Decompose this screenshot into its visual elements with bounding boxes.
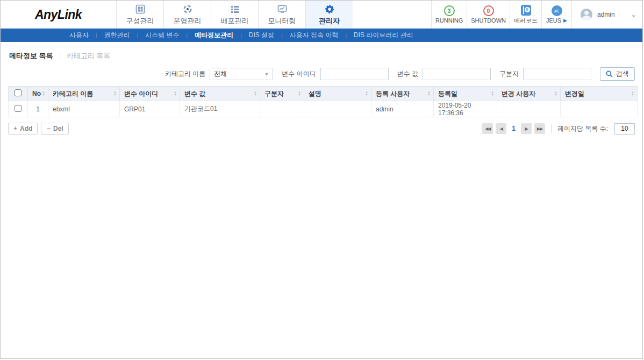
jeus-menu[interactable]: JE JEUS ▶ [541, 1, 571, 29]
current-page: 1 [509, 125, 518, 132]
running-label: RUNNING [435, 17, 463, 24]
jeus-badge-icon: JE [552, 5, 562, 16]
search-button-label: 검색 [616, 69, 629, 79]
running-status[interactable]: 3 RUNNING [431, 1, 467, 29]
subnav-item-dis-library[interactable]: DIS 라이브러리 관리 [347, 31, 420, 40]
sort-icon[interactable]: ▲▼ [113, 91, 117, 96]
sort-icon[interactable]: ▲▼ [491, 91, 494, 96]
category-select[interactable]: 전체 ▼ [210, 68, 273, 80]
cell-reg-date: 2019-05-20 17:36:36 [434, 101, 497, 117]
col-header-category[interactable]: 카테고리 이름▲▼ [48, 87, 120, 101]
category-name-label: 카테고리 이름 [165, 69, 205, 79]
topnav-item-label: 구성관리 [126, 16, 154, 26]
sort-icon[interactable]: ▲▼ [254, 91, 257, 96]
chevron-down-icon: ⌄ [630, 11, 637, 18]
category-select-value: 전체 [214, 69, 227, 79]
topnav-item-operations[interactable]: 운영관리 [163, 1, 211, 29]
sub-nav: 사용자 | 권한관리 | 시스템 변수 | 메타정보관리 | DIS 설정 | … [1, 29, 642, 42]
shutdown-status[interactable]: 0 SHUTDOWN [467, 1, 510, 29]
avatar [581, 9, 592, 20]
col-header-reg-user[interactable]: 등록 사용자▲▼ [371, 87, 434, 101]
col-header-description[interactable]: 설명▲▼ [304, 87, 371, 101]
meta-info-table: No▲▼ 카테고리 이름▲▼ 변수 아이디▲▼ 변수 값▲▼ 구분자▲▼ 설명▲… [8, 86, 638, 117]
error-code-menu[interactable]: 에러코드 [510, 1, 541, 29]
cell-reg-user: admin [371, 101, 434, 117]
cell-var-id: GRP01 [120, 101, 180, 117]
sort-icon[interactable]: ▲▼ [42, 91, 45, 96]
select-all-checkbox[interactable] [15, 89, 22, 96]
play-icon: ▶ [563, 18, 567, 23]
search-bar: 카테고리 이름 전체 ▼ 변수 아이디 변수 값 구분자 검색 [8, 66, 635, 86]
col-header-mod-date[interactable]: 변경일▲▼ [561, 87, 638, 101]
col-header-no[interactable]: No▲▼ [28, 87, 48, 101]
del-button[interactable]: − Del [41, 123, 69, 135]
add-button[interactable]: + Add [8, 123, 38, 135]
table-footer: + Add − Del ◀◀ ◀ 1 ▶ ▶▶ 페이지당 목록 수: [8, 123, 635, 135]
subnav-item-system-vars[interactable]: 시스템 변수 [138, 31, 186, 40]
sort-icon[interactable]: ▲▼ [365, 91, 368, 96]
prev-page-button[interactable]: ◀ [496, 123, 506, 134]
sort-icon[interactable]: ▲▼ [631, 91, 634, 96]
topnav-item-label: 모니터링 [268, 16, 296, 26]
subnav-item-dis-settings[interactable]: DIS 설정 [242, 31, 281, 40]
sort-icon[interactable]: ▲▼ [427, 91, 431, 96]
brand-logo-text: AnyLink [35, 8, 82, 22]
delimiter-input[interactable] [523, 68, 591, 80]
subnav-item-permissions[interactable]: 권한관리 [97, 31, 137, 40]
col-header-var-id[interactable]: 변수 아이디▲▼ [120, 87, 180, 101]
sort-icon[interactable]: ▲▼ [298, 91, 301, 96]
var-value-label: 변수 값 [397, 69, 418, 79]
deploy-list-icon [230, 4, 240, 15]
monitor-icon [277, 4, 287, 15]
table-header-row: No▲▼ 카테고리 이름▲▼ 변수 아이디▲▼ 변수 값▲▼ 구분자▲▼ 설명▲… [9, 87, 638, 101]
error-code-label: 에러코드 [514, 17, 538, 25]
col-header-var-value[interactable]: 변수 값▲▼ [180, 87, 260, 101]
brand-logo[interactable]: AnyLink [1, 1, 116, 29]
cell-description [304, 101, 371, 117]
operations-icon [183, 4, 192, 15]
cell-var-value: 기관코드01 [180, 101, 260, 117]
var-value-input[interactable] [423, 68, 491, 80]
topnav-item-label: 관리자 [319, 16, 340, 26]
sort-icon[interactable]: ▲▼ [554, 91, 557, 96]
tabs-row: 메타정보 목록 카테고리 목록 [8, 50, 635, 66]
var-id-input[interactable] [320, 68, 389, 80]
app-window: AnyLink 구성관리 운영관리 배포관리 모니터링 [0, 0, 643, 359]
search-button[interactable]: 검색 [600, 67, 635, 81]
col-header-mod-user[interactable]: 변경 사용자▲▼ [497, 87, 561, 101]
plus-icon: + [13, 125, 17, 132]
row-checkbox[interactable] [15, 105, 22, 112]
topbar-spacer [353, 1, 431, 29]
next-page-button[interactable]: ▶ [521, 123, 532, 134]
tab-category-list[interactable]: 카테고리 목록 [67, 51, 111, 61]
tab-meta-info-list[interactable]: 메타정보 목록 [9, 51, 53, 61]
topnav-item-deploy[interactable]: 배포관리 [211, 1, 258, 29]
subnav-item-users[interactable]: 사용자 [62, 31, 96, 40]
per-page-label: 페이지당 목록 수: [557, 124, 608, 133]
topnav-item-config[interactable]: 구성관리 [116, 1, 163, 29]
cell-no: 1 [28, 101, 48, 117]
table-row[interactable]: 1 ebxml GRP01 기관코드01 admin 2019-05-20 17… [9, 101, 638, 117]
col-header-reg-date[interactable]: 등록일▲▼ [434, 87, 497, 101]
subnav-item-meta-info[interactable]: 메타정보관리 [188, 31, 240, 40]
col-header-delimiter[interactable]: 구분자▲▼ [260, 87, 304, 101]
sort-icon[interactable]: ▲▼ [174, 91, 177, 96]
subnav-item-access-history[interactable]: 사용자 접속 이력 [283, 31, 346, 40]
user-menu[interactable]: admin ⌄ [571, 1, 642, 29]
shutdown-label: SHUTDOWN [471, 17, 506, 24]
main-content: 메타정보 목록 카테고리 목록 카테고리 이름 전체 ▼ 변수 아이디 변수 값… [1, 42, 642, 135]
top-bar: AnyLink 구성관리 운영관리 배포관리 모니터링 [1, 1, 642, 29]
topnav-item-monitoring[interactable]: 모니터링 [258, 1, 305, 29]
last-page-button[interactable]: ▶▶ [534, 123, 545, 134]
topnav-item-label: 배포관리 [221, 16, 249, 26]
running-count-badge: 3 [444, 5, 455, 16]
topnav-item-admin[interactable]: 관리자 [305, 1, 353, 29]
minus-icon: − [47, 125, 51, 132]
grid-icon [135, 4, 145, 15]
first-page-button[interactable]: ◀◀ [482, 123, 493, 134]
user-name: admin [597, 11, 626, 18]
per-page-input[interactable] [614, 123, 635, 135]
topnav-item-label: 운영관리 [174, 16, 202, 26]
shutdown-count-badge: 0 [483, 5, 494, 16]
var-id-label: 변수 아이디 [282, 69, 316, 79]
